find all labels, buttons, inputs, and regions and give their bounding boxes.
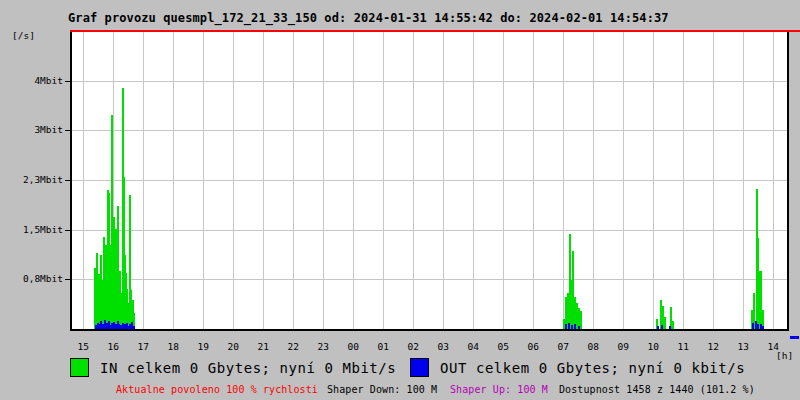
x-tick-label: 10 [638, 341, 668, 352]
out-traffic-spike [122, 323, 124, 329]
out-traffic-spike [574, 324, 576, 329]
out-traffic-spike [108, 321, 110, 329]
out-traffic-spike [752, 323, 754, 329]
in-traffic-spike [563, 319, 565, 329]
out-traffic-spike [111, 323, 113, 329]
axis-end-marker [790, 336, 799, 339]
in-traffic-spike [572, 251, 574, 329]
out-traffic-spike [104, 320, 106, 329]
in-traffic-spike [660, 300, 662, 329]
plot-border-right [787, 31, 789, 330]
x-tick-label: 23 [308, 341, 338, 352]
out-traffic-spike [120, 325, 122, 329]
out-traffic-spike [661, 325, 663, 329]
x-tick-label: 11 [668, 341, 698, 352]
x-tick-label: 08 [578, 341, 608, 352]
in-traffic-spike [105, 245, 107, 329]
x-tick-label: 16 [98, 341, 128, 352]
x-tick-label: 21 [248, 341, 278, 352]
status-shaper-up: Shaper Up: 100 M [450, 384, 548, 395]
out-traffic-spike [124, 324, 126, 329]
out-traffic-spike [109, 325, 111, 329]
y-tick-label: 4Mbit [0, 75, 63, 86]
x-tick-label: 22 [278, 341, 308, 352]
traffic-chart [0, 0, 800, 400]
x-tick-label: 09 [608, 341, 638, 352]
limit-line [70, 30, 800, 32]
traffic-graph-window: Graf provozu quesmpl_172_21_33_150 od: 2… [0, 0, 800, 400]
in-traffic-spike [759, 271, 761, 329]
out-traffic-spike [113, 322, 115, 329]
out-traffic-spike [100, 321, 102, 329]
x-tick-label: 18 [158, 341, 188, 352]
y-tick-label: 3Mbit [0, 124, 63, 135]
legend-out-label: OUT celkem 0 Gbytes; nyní 0 kbit/s [440, 360, 745, 376]
out-traffic-spike [97, 323, 99, 329]
plot-border-bottom [70, 329, 789, 331]
legend-in-label: IN celkem 0 Gbytes; nyní 0 Mbit/s [100, 360, 396, 376]
in-series-swatch [70, 358, 89, 377]
out-traffic-spike [95, 325, 97, 329]
x-tick-label: 06 [518, 341, 548, 352]
out-traffic-spike [129, 324, 131, 329]
y-tick-label: 1,5Mbit [0, 224, 63, 235]
x-tick-label: 05 [488, 341, 518, 352]
out-traffic-spike [568, 323, 570, 329]
x-tick-label: 14 [758, 341, 788, 352]
y-tick-label: 2,3Mbit [0, 174, 63, 185]
plot-border-left [70, 30, 72, 330]
in-traffic-spike [96, 253, 98, 329]
out-traffic-spike [102, 324, 104, 329]
out-traffic-spike [118, 324, 120, 329]
in-traffic-spike [664, 317, 666, 329]
in-traffic-spike [94, 268, 96, 329]
x-tick-label: 02 [398, 341, 428, 352]
out-traffic-spike [131, 322, 133, 329]
out-series-swatch [410, 358, 429, 377]
x-tick-label: 15 [68, 341, 98, 352]
x-tick-label: 07 [548, 341, 578, 352]
x-tick-label: 00 [338, 341, 368, 352]
x-tick-label: 17 [128, 341, 158, 352]
out-traffic-spike [115, 324, 117, 329]
out-traffic-spike [106, 323, 108, 329]
in-traffic-spike [760, 271, 762, 329]
x-tick-label: 12 [698, 341, 728, 352]
x-tick-label: 20 [218, 341, 248, 352]
in-traffic-spike [580, 311, 582, 329]
out-traffic-spike [126, 323, 128, 329]
status-shaper-down: Shaper Down: 100 M [327, 384, 437, 395]
out-traffic-spike [565, 324, 567, 329]
in-traffic-spike [565, 297, 567, 329]
x-tick-label: 01 [368, 341, 398, 352]
in-traffic-spike [670, 307, 672, 329]
x-tick-label: 13 [728, 341, 758, 352]
in-traffic-spike [672, 321, 674, 329]
out-traffic-spike [755, 321, 757, 329]
x-tick-label: 04 [458, 341, 488, 352]
y-tick-label: 0,8Mbit [0, 273, 63, 284]
y-axis-unit-label: [/s] [12, 30, 35, 41]
out-traffic-spike [571, 325, 573, 329]
status-availability: Dostupnost 1458 z 1440 (101.2 %) [559, 384, 755, 395]
out-traffic-spike [99, 324, 101, 329]
out-traffic-spike [117, 321, 119, 329]
status-allowed-speed: Aktualne povoleno 100 % rychlosti [116, 384, 318, 395]
in-traffic-spike [98, 274, 100, 329]
x-tick-label: 03 [428, 341, 458, 352]
out-traffic-spike [757, 324, 759, 329]
x-tick-label: 19 [188, 341, 218, 352]
out-traffic-spike [760, 324, 762, 329]
